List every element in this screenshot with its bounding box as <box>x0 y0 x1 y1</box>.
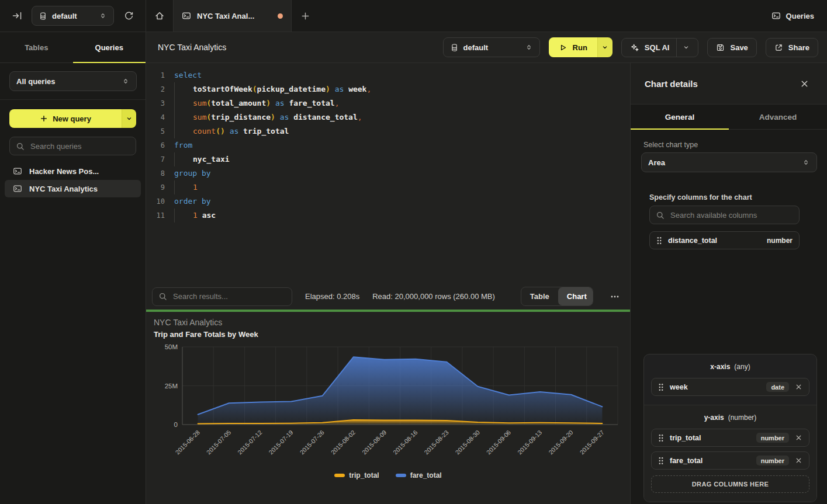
columns-label: Specify columns for the chart <box>649 193 752 201</box>
remove-column-button[interactable] <box>795 434 802 442</box>
indent-guide <box>174 82 193 96</box>
share-icon <box>774 43 783 52</box>
query-terminal-icon <box>13 184 22 193</box>
legend-item[interactable]: fare_total <box>396 471 442 479</box>
drop-zone[interactable]: DRAG COLUMNS HERE <box>651 475 809 493</box>
code-line[interactable]: 2toStartOfWeek(pickup_datetime) as week, <box>146 82 630 96</box>
top-bar: default NYC Taxi Anal... Queries <box>0 0 827 32</box>
save-button[interactable]: Save <box>707 38 756 57</box>
code-line[interactable]: 10order by <box>146 194 630 208</box>
view-toggle-table[interactable]: Table <box>521 287 558 305</box>
saved-queries-list: Hacker News Pos...NYC Taxi Analytics <box>5 162 141 197</box>
code-text: from <box>174 138 192 152</box>
code-line[interactable]: 4sum(trip_distance) as distance_total, <box>146 110 630 124</box>
saved-query-label: NYC Taxi Analytics <box>29 185 98 193</box>
axis-column-chip[interactable]: weekdate <box>651 378 809 396</box>
available-column-chip[interactable]: distance_totalnumber <box>649 231 800 249</box>
column-type-badge: number <box>756 433 789 443</box>
run-button-label: Run <box>573 43 587 52</box>
code-line[interactable]: 111 asc <box>146 208 630 223</box>
svg-text:2015-06-28: 2015-06-28 <box>174 429 202 456</box>
new-query-caret[interactable] <box>122 109 136 128</box>
sidebar-search[interactable] <box>9 137 136 155</box>
search-icon <box>656 211 665 220</box>
results-more-button[interactable] <box>606 288 623 305</box>
home-tab-button[interactable] <box>146 0 173 32</box>
queries-link[interactable]: Queries <box>759 0 827 32</box>
tab-general[interactable]: General <box>631 105 729 129</box>
svg-text:2015-08-23: 2015-08-23 <box>423 429 450 456</box>
code-line[interactable]: 5count() as trip_total <box>146 124 630 138</box>
column-name: week <box>670 383 760 391</box>
run-button[interactable]: Run <box>549 37 613 57</box>
chart-details-tabs: General Advanced <box>631 104 827 130</box>
axes-config-box: x-axis (any) weekdate y-axis (number) tr… <box>643 354 817 502</box>
updown-chevron-icon <box>122 77 130 85</box>
new-tab-button[interactable] <box>292 0 319 32</box>
database-selector[interactable]: default <box>32 6 114 26</box>
svg-text:2015-09-27: 2015-09-27 <box>578 429 605 456</box>
y-axis-section: y-axis (number) trip_totalnumberfare_tot… <box>644 405 816 502</box>
sql-ai-button[interactable]: SQL AI <box>621 38 699 57</box>
tab-queries[interactable]: Queries <box>73 32 146 62</box>
chart-type-select[interactable]: Area <box>641 152 817 172</box>
columns-search[interactable] <box>649 206 800 224</box>
svg-text:0: 0 <box>174 421 178 428</box>
search-icon <box>158 292 167 301</box>
svg-text:2015-08-09: 2015-08-09 <box>361 429 388 456</box>
line-number: 7 <box>146 152 165 166</box>
saved-query-item[interactable]: Hacker News Pos... <box>5 162 141 180</box>
results-search-input[interactable] <box>172 291 286 301</box>
indent-guide <box>174 208 193 223</box>
refresh-button[interactable] <box>120 7 137 25</box>
ellipsis-icon <box>610 292 620 301</box>
saved-query-item[interactable]: NYC Taxi Analytics <box>5 180 141 197</box>
tab-tables[interactable]: Tables <box>0 32 73 62</box>
remove-column-icon <box>795 383 802 391</box>
remove-column-button[interactable] <box>795 383 802 391</box>
run-button-main[interactable]: Run <box>549 37 597 57</box>
queries-filter-select[interactable]: All queries <box>9 71 137 91</box>
remove-column-button[interactable] <box>795 457 802 464</box>
query-tab-nyc-taxi[interactable]: NYC Taxi Anal... <box>173 0 292 32</box>
code-line[interactable]: 1select <box>146 68 630 82</box>
column-name: fare_total <box>670 457 750 465</box>
code-line[interactable]: 7nyc_taxi <box>146 152 630 166</box>
axis-column-chip[interactable]: fare_totalnumber <box>651 451 809 470</box>
code-text: sum(trip_distance) as distance_total, <box>174 110 362 124</box>
collapse-sidebar-button[interactable] <box>8 7 26 25</box>
close-panel-button[interactable] <box>795 75 813 92</box>
chart-type-value: Area <box>648 158 797 167</box>
tab-advanced[interactable]: Advanced <box>729 105 827 129</box>
axis-column-chip[interactable]: trip_totalnumber <box>651 429 809 447</box>
new-query-main[interactable]: New query <box>9 109 122 128</box>
code-text: count() as trip_total <box>174 124 289 138</box>
code-line[interactable]: 6from <box>146 138 630 152</box>
sql-editor[interactable]: 1select2toStartOfWeek(pickup_datetime) a… <box>146 63 630 283</box>
new-query-button[interactable]: New query <box>9 109 136 128</box>
code-line[interactable]: 8group by <box>146 166 630 180</box>
line-number: 3 <box>146 96 165 110</box>
chevron-down-icon <box>126 115 133 122</box>
sidebar-search-input[interactable] <box>29 141 130 151</box>
run-button-caret[interactable] <box>597 37 613 57</box>
svg-text:2015-09-13: 2015-09-13 <box>516 429 544 456</box>
sql-ai-caret[interactable] <box>676 39 690 57</box>
columns-search-input[interactable] <box>669 210 793 220</box>
line-number: 11 <box>146 208 165 223</box>
chart-panel: NYC Taxi Analytics Trip and Fare Totals … <box>146 312 630 504</box>
chart-legend: trip_totalfare_total <box>146 471 630 479</box>
view-toggle-chart[interactable]: Chart <box>558 287 593 305</box>
run-database-selector[interactable]: default <box>443 37 540 57</box>
indent-guide <box>174 110 193 124</box>
sidebar-body: All queries New query Hacker News Pos...… <box>0 63 146 197</box>
chart-type-label: Select chart type <box>643 141 698 149</box>
code-line[interactable]: 91 <box>146 180 630 194</box>
legend-item[interactable]: trip_total <box>334 471 379 479</box>
results-search[interactable] <box>152 287 292 306</box>
code-line[interactable]: 3sum(total_amount) as fare_total, <box>146 96 630 110</box>
results-bar: Elapsed: 0.208s Read: 20,000,000 rows (2… <box>146 283 630 310</box>
share-button[interactable]: Share <box>766 38 818 57</box>
code-text: sum(total_amount) as fare_total, <box>174 96 339 110</box>
column-name: trip_total <box>670 434 750 442</box>
